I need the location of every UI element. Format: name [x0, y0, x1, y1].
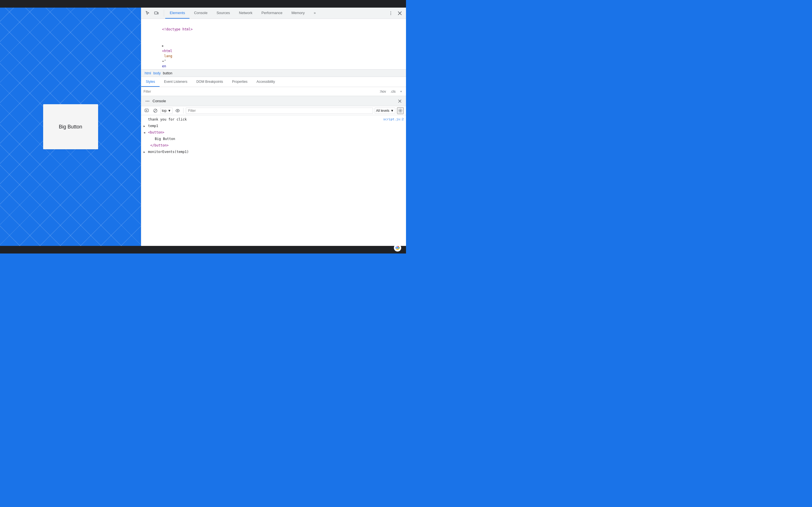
- devtools-menu-button[interactable]: [387, 9, 395, 17]
- console-toolbar-divider: [183, 108, 184, 114]
- tab-performance[interactable]: Performance: [257, 8, 287, 18]
- device-toggle-button[interactable]: [153, 9, 160, 17]
- console-button-close: </button>: [150, 143, 404, 148]
- filter-input[interactable]: [144, 90, 378, 94]
- svg-point-4: [391, 14, 391, 15]
- filter-actions: :hov .cls +: [378, 89, 404, 94]
- chrome-logo-container: [394, 244, 402, 253]
- tab-console[interactable]: Console: [190, 8, 212, 18]
- filter-bar: :hov .cls +: [141, 87, 406, 96]
- big-button-card[interactable]: Big Button: [43, 104, 98, 149]
- console-log-source-1[interactable]: script.js:2: [383, 117, 404, 122]
- svg-point-9: [149, 101, 149, 101]
- console-drawer: Console: [141, 96, 406, 246]
- toolbar-icons: [141, 9, 163, 17]
- console-temp1-text: temp1: [148, 123, 404, 128]
- sub-tab-properties[interactable]: Properties: [227, 77, 252, 87]
- devtools-close-button[interactable]: [396, 9, 404, 17]
- svg-point-3: [391, 13, 391, 13]
- console-close-button[interactable]: [396, 97, 404, 105]
- toolbar-divider: [164, 10, 164, 17]
- tab-more[interactable]: »: [309, 8, 320, 18]
- svg-rect-1: [158, 12, 158, 14]
- chrome-logo-icon: [394, 244, 402, 252]
- devtools-toolbar: Elements Console Sources Network Perform…: [141, 8, 406, 19]
- devtools-tabs: Elements Console Sources Network Perform…: [165, 8, 385, 18]
- cls-button[interactable]: .cls: [389, 89, 397, 94]
- collapse-arrow[interactable]: ◀: [144, 130, 145, 135]
- console-log-line-2[interactable]: ▶ temp1: [141, 123, 406, 129]
- console-output[interactable]: thank you for click script.js:2 ▶ temp1 …: [141, 115, 406, 246]
- console-filter-input[interactable]: [186, 108, 373, 114]
- sub-tab-event-listeners[interactable]: Event Listeners: [160, 77, 192, 87]
- console-log-line-4[interactable]: ▶ monitorEvents(temp1): [141, 149, 406, 155]
- svg-point-8: [147, 101, 148, 101]
- console-log-line-3b: Big Button: [141, 136, 406, 142]
- tab-memory[interactable]: Memory: [287, 8, 309, 18]
- main-area: Big Button: [0, 8, 406, 246]
- console-eye-button[interactable]: [174, 107, 181, 114]
- big-button-label: Big Button: [59, 124, 82, 130]
- console-monitor-text: monitorEvents(temp1): [148, 149, 404, 154]
- expand-arrow-html[interactable]: ▶: [162, 43, 164, 48]
- svg-point-21: [397, 247, 398, 249]
- devtools-panel: Elements Console Sources Network Perform…: [141, 8, 406, 246]
- add-style-button[interactable]: +: [398, 89, 404, 94]
- console-level-select[interactable]: All levels ▼: [375, 108, 395, 114]
- console-header-dots[interactable]: [144, 97, 151, 105]
- bottom-bar: [0, 246, 406, 253]
- tab-network[interactable]: Network: [235, 8, 257, 18]
- console-settings-button[interactable]: [397, 107, 404, 114]
- toolbar-right-actions: [385, 9, 406, 17]
- console-button-text: Big Button: [155, 136, 404, 142]
- elements-html-panel: <!doctype html> ▶ <html lang =" en " > ▶…: [141, 19, 406, 69]
- html-line-html[interactable]: ▶ <html lang =" en " >: [141, 38, 406, 69]
- svg-rect-0: [154, 12, 157, 14]
- breadcrumb-html[interactable]: html: [144, 71, 152, 76]
- console-log-line-1: thank you for click script.js:2: [141, 116, 406, 123]
- svg-point-16: [400, 110, 401, 111]
- page-area: Big Button: [0, 8, 141, 246]
- tab-sources[interactable]: Sources: [212, 8, 235, 18]
- console-title: Console: [153, 99, 166, 103]
- console-log-text-1: thank you for click: [148, 117, 381, 122]
- html-line-doctype[interactable]: <!doctype html>: [141, 21, 406, 38]
- breadcrumb-button: button: [162, 71, 173, 76]
- console-button-html: <button>: [148, 130, 404, 135]
- svg-point-7: [146, 101, 147, 101]
- console-execute-button[interactable]: [144, 107, 150, 114]
- console-context-select[interactable]: top ▼: [160, 108, 172, 114]
- top-bar: [0, 0, 406, 8]
- console-toolbar: top ▼ All levels ▼: [141, 106, 406, 115]
- breadcrumb-bar: html body button: [141, 69, 406, 77]
- hov-button[interactable]: :hov: [378, 89, 388, 94]
- expand-arrow-monitor[interactable]: ▶: [144, 150, 145, 155]
- expand-arrow-temp1[interactable]: ▶: [144, 124, 145, 129]
- breadcrumb-body[interactable]: body: [152, 71, 162, 76]
- sub-tabs-bar: Styles Event Listeners DOM Breakpoints P…: [141, 77, 406, 87]
- sub-tab-styles[interactable]: Styles: [141, 77, 160, 87]
- svg-line-14: [154, 109, 157, 112]
- svg-point-2: [391, 11, 391, 12]
- sub-tab-dom-breakpoints[interactable]: DOM Breakpoints: [192, 77, 227, 87]
- inspect-element-button[interactable]: [144, 9, 151, 17]
- console-header: Console: [141, 96, 406, 106]
- svg-point-15: [177, 110, 178, 111]
- console-stop-button[interactable]: [152, 107, 159, 114]
- console-log-line-3c: </button>: [141, 142, 406, 149]
- console-log-line-3: ◀ <button>: [141, 129, 406, 136]
- sub-tab-accessibility[interactable]: Accessibility: [252, 77, 280, 87]
- tab-elements[interactable]: Elements: [165, 8, 190, 18]
